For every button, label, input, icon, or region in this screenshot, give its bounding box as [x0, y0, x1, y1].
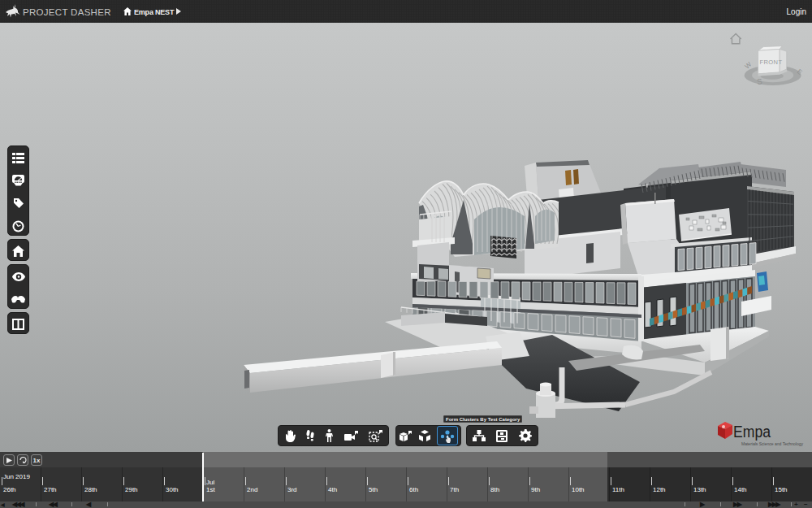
svg-text:Materials Science and Technolo: Materials Science and Technology — [741, 441, 803, 446]
svg-text:FRONT: FRONT — [760, 59, 783, 66]
svg-text:Empa: Empa — [733, 423, 771, 441]
